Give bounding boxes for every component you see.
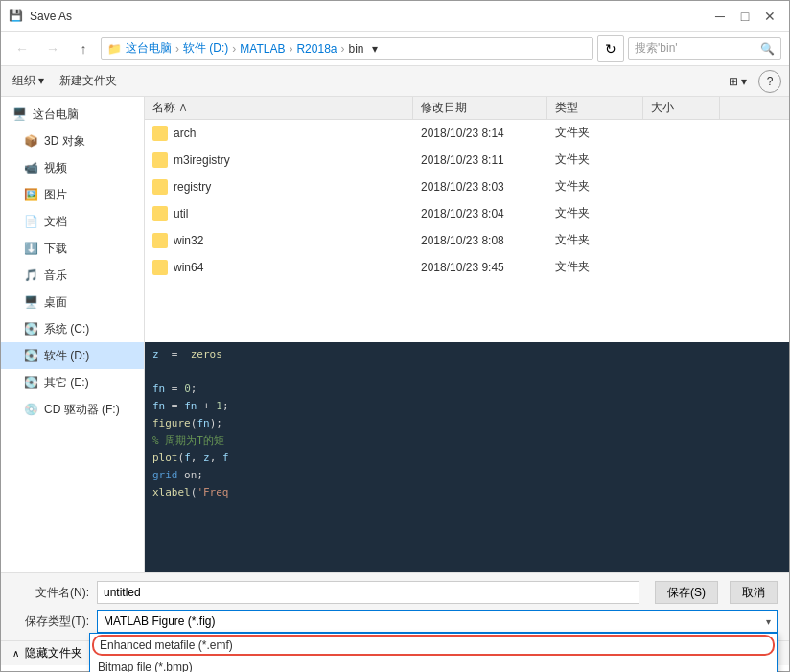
pictures-icon: 🖼️	[24, 188, 38, 201]
col-header-size[interactable]: 大小	[643, 97, 720, 119]
filetype-select[interactable]: MATLAB Figure (*.fig) ▾	[97, 610, 778, 633]
folder-icon	[152, 179, 168, 195]
window-controls: ─ □ ✕	[709, 5, 781, 28]
sidebar-item-documents[interactable]: 📄 文档	[1, 208, 144, 235]
c-drive-icon: 💽	[24, 322, 38, 336]
table-row[interactable]: registry 2018/10/23 8:03 文件夹	[145, 174, 789, 200]
file-list: arch 2018/10/23 8:14 文件夹 m3iregistry 201…	[145, 120, 789, 342]
folder-icon	[152, 260, 168, 275]
table-row[interactable]: arch 2018/10/23 8:14 文件夹	[145, 120, 789, 147]
col-header-name[interactable]: 名称 ∧	[145, 97, 413, 119]
back-button[interactable]: ←	[9, 35, 35, 62]
sidebar-item-video[interactable]: 📹 视频	[1, 154, 144, 181]
filetype-row: 保存类型(T): MATLAB Figure (*.fig) ▾ Enhance…	[12, 610, 778, 633]
search-box[interactable]: 搜索'bin' 🔍	[628, 37, 781, 60]
refresh-button[interactable]: ↻	[597, 35, 624, 62]
sidebar-item-3dobjects[interactable]: 📦 3D 对象	[1, 127, 144, 154]
sidebar: 🖥️ 这台电脑 📦 3D 对象 📹 视频 🖼️ 图片 📄 文档 ⬇️ 下载	[1, 97, 145, 572]
file-area: 🖥️ 这台电脑 📦 3D 对象 📹 视频 🖼️ 图片 📄 文档 ⬇️ 下载	[1, 97, 789, 572]
search-placeholder: 搜索'bin'	[635, 40, 678, 57]
d-drive-icon: 💽	[24, 349, 38, 362]
file-list-header: 名称 ∧ 修改日期 类型 大小	[145, 97, 789, 120]
title-bar: 💾 Save As ─ □ ✕	[1, 1, 789, 32]
maximize-button[interactable]: □	[733, 5, 756, 28]
sidebar-item-d-drive[interactable]: 💽 软件 (D:)	[1, 342, 144, 369]
filename-row: 文件名(N): 保存(S) 取消	[12, 581, 778, 604]
help-button[interactable]: ?	[758, 70, 781, 93]
toolbar: ← → ↑ 📁 这台电脑 › 软件 (D:) › MATLAB › R2018a…	[1, 32, 789, 66]
sidebar-item-c-drive[interactable]: 💽 系统 (C:)	[1, 315, 144, 342]
folder-icon	[152, 206, 168, 221]
dropdown-arrow-icon: ▾	[766, 616, 771, 627]
col-header-type[interactable]: 类型	[547, 97, 643, 119]
dropdown-item-bmp[interactable]: Bitmap file (*.bmp)	[90, 657, 777, 672]
dialog-title: Save As	[30, 10, 709, 23]
search-icon: 🔍	[760, 42, 775, 56]
new-folder-button[interactable]: 新建文件夹	[56, 71, 121, 92]
organize-button[interactable]: 组织 ▾	[9, 71, 48, 92]
video-icon: 📹	[24, 161, 38, 174]
forward-button[interactable]: →	[39, 35, 66, 62]
table-row[interactable]: win32 2018/10/23 8:08 文件夹	[145, 227, 789, 254]
sidebar-item-f-drive[interactable]: 💿 CD 驱动器 (F:)	[1, 396, 144, 423]
folder-icon	[152, 152, 168, 168]
filename-input[interactable]	[97, 581, 639, 604]
bottom-form-section: 文件名(N): 保存(S) 取消 保存类型(T): MATLAB Figure …	[1, 572, 789, 671]
breadcrumb-computer[interactable]: 这台电脑	[126, 40, 172, 57]
dialog-icon: 💾	[9, 9, 24, 24]
sidebar-item-pictures[interactable]: 🖼️ 图片	[1, 181, 144, 208]
action-bar: 组织 ▾ 新建文件夹 ⊞ ▾ ?	[1, 66, 789, 97]
filetype-value: MATLAB Figure (*.fig)	[104, 614, 215, 628]
view-button[interactable]: ⊞ ▾	[725, 71, 751, 92]
table-row[interactable]: util 2018/10/23 8:04 文件夹	[145, 200, 789, 227]
desktop-icon: 🖥️	[24, 295, 38, 309]
breadcrumb-bin: bin	[349, 42, 364, 56]
code-section: z = zeros fn = 0; fn = fn + 1; figure(fn…	[145, 342, 789, 572]
table-row[interactable]: m3iregistry 2018/10/23 8:11 文件夹	[145, 147, 789, 174]
music-icon: 🎵	[24, 268, 38, 282]
up-button[interactable]: ↑	[70, 35, 97, 62]
minimize-button[interactable]: ─	[709, 5, 732, 28]
sidebar-item-computer[interactable]: 🖥️ 这台电脑	[1, 101, 144, 127]
sidebar-item-music[interactable]: 🎵 音乐	[1, 262, 144, 289]
breadcrumb-r2018a[interactable]: R2018a	[296, 42, 337, 56]
dropdown-item-emf[interactable]: Enhanced metafile (*.emf)	[92, 635, 775, 656]
folder-icon	[152, 126, 168, 141]
save-button[interactable]: 保存(S)	[655, 581, 718, 604]
table-row[interactable]: win64 2018/10/23 9:45 文件夹	[145, 254, 789, 281]
filename-label: 文件名(N):	[12, 585, 89, 601]
breadcrumb-bar: 📁 这台电脑 › 软件 (D:) › MATLAB › R2018a › bin…	[101, 37, 593, 60]
folder-icon: 📁	[107, 42, 122, 56]
f-drive-icon: 💿	[24, 403, 38, 416]
folder-icon	[152, 233, 168, 248]
sidebar-item-downloads[interactable]: ⬇️ 下载	[1, 235, 144, 262]
col-header-date[interactable]: 修改日期	[413, 97, 547, 119]
breadcrumb-d-drive[interactable]: 软件 (D:)	[183, 40, 228, 57]
cancel-button[interactable]: 取消	[730, 581, 778, 604]
filetype-dropdown-menu: Enhanced metafile (*.emf) Bitmap file (*…	[89, 633, 778, 672]
documents-icon: 📄	[24, 215, 38, 228]
hidden-files-label: 隐藏文件夹	[25, 645, 82, 661]
chevron-icon: ∧	[12, 648, 19, 659]
filetype-label: 保存类型(T):	[12, 614, 89, 630]
sidebar-item-desktop[interactable]: 🖥️ 桌面	[1, 289, 144, 315]
downloads-icon: ⬇️	[24, 242, 38, 255]
breadcrumb-matlab[interactable]: MATLAB	[240, 42, 285, 56]
file-list-container: 名称 ∧ 修改日期 类型 大小 arch 2018/10/23 8:14 文件夹…	[145, 97, 789, 572]
close-button[interactable]: ✕	[758, 5, 781, 28]
e-drive-icon: 💽	[24, 376, 38, 389]
computer-icon: 🖥️	[12, 107, 27, 121]
bottom-form: 文件名(N): 保存(S) 取消 保存类型(T): MATLAB Figure …	[1, 572, 789, 640]
sidebar-item-e-drive[interactable]: 💽 其它 (E:)	[1, 369, 144, 396]
3d-icon: 📦	[24, 134, 38, 148]
save-as-dialog: 💾 Save As ─ □ ✕ ← → ↑ 📁 这台电脑 › 软件 (D:) ›…	[0, 0, 790, 672]
